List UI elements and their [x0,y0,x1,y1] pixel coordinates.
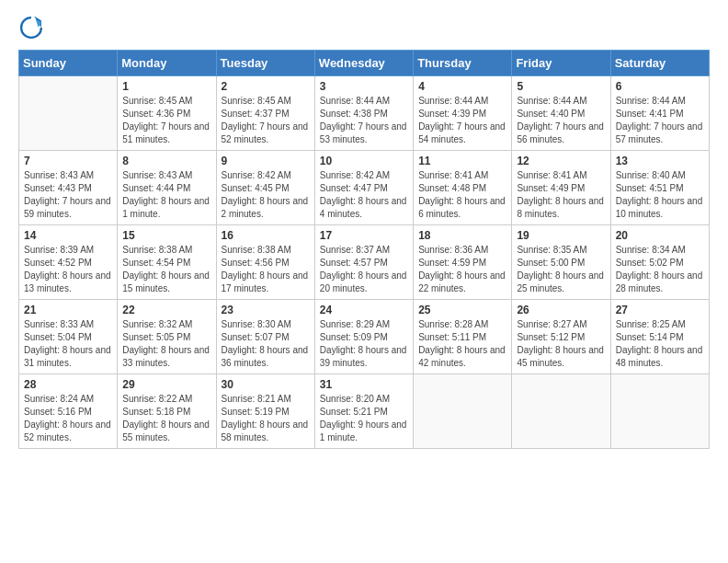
day-number: 10 [320,155,408,167]
calendar-cell: 5 Sunrise: 8:44 AM Sunset: 4:40 PM Dayli… [512,76,610,151]
calendar-cell: 30 Sunrise: 8:21 AM Sunset: 5:19 PM Dayl… [216,374,314,449]
day-number: 14 [24,229,112,242]
calendar-cell: 2 Sunrise: 8:45 AM Sunset: 4:37 PM Dayli… [216,76,314,151]
day-info: Sunrise: 8:43 AM Sunset: 4:44 PM Dayligh… [122,169,210,221]
day-number: 12 [517,155,605,167]
calendar-week-5: 28 Sunrise: 8:24 AM Sunset: 5:16 PM Dayl… [19,374,710,449]
col-header-friday: Friday [512,51,610,76]
day-number: 24 [320,304,408,316]
day-info: Sunrise: 8:20 AM Sunset: 5:21 PM Dayligh… [320,393,408,444]
calendar-cell: 13 Sunrise: 8:40 AM Sunset: 4:51 PM Dayl… [610,151,709,225]
calendar-cell: 15 Sunrise: 8:38 AM Sunset: 4:54 PM Dayl… [118,225,216,300]
calendar-cell: 21 Sunrise: 8:33 AM Sunset: 5:04 PM Dayl… [19,300,118,374]
calendar-cell [414,374,512,449]
calendar-cell: 31 Sunrise: 8:20 AM Sunset: 5:21 PM Dayl… [314,374,413,449]
calendar-week-4: 21 Sunrise: 8:33 AM Sunset: 5:04 PM Dayl… [19,300,710,374]
col-header-wednesday: Wednesday [314,51,413,76]
day-info: Sunrise: 8:32 AM Sunset: 5:05 PM Dayligh… [122,318,210,370]
day-info: Sunrise: 8:44 AM Sunset: 4:39 PM Dayligh… [418,95,506,146]
calendar-week-2: 7 Sunrise: 8:43 AM Sunset: 4:43 PM Dayli… [19,151,710,225]
day-info: Sunrise: 8:37 AM Sunset: 4:57 PM Dayligh… [320,244,408,295]
day-number: 4 [418,80,506,93]
day-info: Sunrise: 8:45 AM Sunset: 4:37 PM Dayligh… [222,95,310,146]
day-info: Sunrise: 8:24 AM Sunset: 5:16 PM Dayligh… [24,393,112,444]
day-info: Sunrise: 8:42 AM Sunset: 4:47 PM Dayligh… [320,169,408,221]
day-info: Sunrise: 8:27 AM Sunset: 5:12 PM Dayligh… [517,318,605,370]
col-header-sunday: Sunday [19,51,118,76]
day-info: Sunrise: 8:38 AM Sunset: 4:54 PM Dayligh… [122,244,210,295]
day-info: Sunrise: 8:22 AM Sunset: 5:18 PM Dayligh… [122,393,210,444]
day-number: 8 [122,155,210,167]
col-header-monday: Monday [118,51,216,76]
day-number: 29 [122,378,210,391]
calendar-cell [610,374,709,449]
day-info: Sunrise: 8:34 AM Sunset: 5:02 PM Dayligh… [616,244,704,295]
day-info: Sunrise: 8:28 AM Sunset: 5:11 PM Dayligh… [418,318,506,370]
day-number: 2 [222,80,310,93]
calendar-cell: 9 Sunrise: 8:42 AM Sunset: 4:45 PM Dayli… [216,151,314,225]
day-number: 28 [24,378,112,391]
col-header-thursday: Thursday [414,51,512,76]
day-number: 30 [222,378,310,391]
day-number: 11 [418,155,506,167]
page-header [18,15,710,40]
calendar-cell: 19 Sunrise: 8:35 AM Sunset: 5:00 PM Dayl… [512,225,610,300]
calendar-cell: 22 Sunrise: 8:32 AM Sunset: 5:05 PM Dayl… [118,300,216,374]
col-header-tuesday: Tuesday [216,51,314,76]
day-number: 17 [320,229,408,242]
day-info: Sunrise: 8:43 AM Sunset: 4:43 PM Dayligh… [24,169,112,221]
day-number: 6 [616,80,704,93]
calendar-cell: 17 Sunrise: 8:37 AM Sunset: 4:57 PM Dayl… [314,225,413,300]
day-number: 25 [418,304,506,316]
day-info: Sunrise: 8:29 AM Sunset: 5:09 PM Dayligh… [320,318,408,370]
calendar-cell: 16 Sunrise: 8:38 AM Sunset: 4:56 PM Dayl… [216,225,314,300]
day-number: 21 [24,304,112,316]
day-info: Sunrise: 8:38 AM Sunset: 4:56 PM Dayligh… [222,244,310,295]
day-info: Sunrise: 8:36 AM Sunset: 4:59 PM Dayligh… [418,244,506,295]
calendar-table: SundayMondayTuesdayWednesdayThursdayFrid… [18,50,710,449]
calendar-cell: 1 Sunrise: 8:45 AM Sunset: 4:36 PM Dayli… [118,76,216,151]
calendar-cell: 10 Sunrise: 8:42 AM Sunset: 4:47 PM Dayl… [314,151,413,225]
day-info: Sunrise: 8:40 AM Sunset: 4:51 PM Dayligh… [616,169,704,221]
day-info: Sunrise: 8:21 AM Sunset: 5:19 PM Dayligh… [222,393,310,444]
day-number: 3 [320,80,408,93]
day-number: 31 [320,378,408,391]
calendar-cell: 7 Sunrise: 8:43 AM Sunset: 4:43 PM Dayli… [19,151,118,225]
logo [18,15,48,40]
calendar-cell [512,374,610,449]
calendar-cell: 3 Sunrise: 8:44 AM Sunset: 4:38 PM Dayli… [314,76,413,151]
calendar-cell: 23 Sunrise: 8:30 AM Sunset: 5:07 PM Dayl… [216,300,314,374]
day-number: 22 [122,304,210,316]
calendar-cell: 20 Sunrise: 8:34 AM Sunset: 5:02 PM Dayl… [610,225,709,300]
day-info: Sunrise: 8:33 AM Sunset: 5:04 PM Dayligh… [24,318,112,370]
day-number: 18 [418,229,506,242]
calendar-cell: 28 Sunrise: 8:24 AM Sunset: 5:16 PM Dayl… [19,374,118,449]
calendar-cell: 12 Sunrise: 8:41 AM Sunset: 4:49 PM Dayl… [512,151,610,225]
day-number: 9 [222,155,310,167]
calendar-cell: 8 Sunrise: 8:43 AM Sunset: 4:44 PM Dayli… [118,151,216,225]
day-number: 15 [122,229,210,242]
calendar-cell: 4 Sunrise: 8:44 AM Sunset: 4:39 PM Dayli… [414,76,512,151]
day-number: 1 [122,80,210,93]
calendar-cell [19,76,118,151]
calendar-cell: 29 Sunrise: 8:22 AM Sunset: 5:18 PM Dayl… [118,374,216,449]
day-info: Sunrise: 8:39 AM Sunset: 4:52 PM Dayligh… [24,244,112,295]
day-number: 5 [517,80,605,93]
calendar-cell: 27 Sunrise: 8:25 AM Sunset: 5:14 PM Dayl… [610,300,709,374]
calendar-cell: 14 Sunrise: 8:39 AM Sunset: 4:52 PM Dayl… [19,225,118,300]
day-number: 23 [222,304,310,316]
col-header-saturday: Saturday [610,51,709,76]
day-info: Sunrise: 8:44 AM Sunset: 4:40 PM Dayligh… [517,95,605,146]
day-info: Sunrise: 8:41 AM Sunset: 4:48 PM Dayligh… [418,169,506,221]
calendar-week-1: 1 Sunrise: 8:45 AM Sunset: 4:36 PM Dayli… [19,76,710,151]
day-info: Sunrise: 8:41 AM Sunset: 4:49 PM Dayligh… [517,169,605,221]
day-number: 19 [517,229,605,242]
day-info: Sunrise: 8:44 AM Sunset: 4:38 PM Dayligh… [320,95,408,146]
calendar-cell: 6 Sunrise: 8:44 AM Sunset: 4:41 PM Dayli… [610,76,709,151]
day-info: Sunrise: 8:35 AM Sunset: 5:00 PM Dayligh… [517,244,605,295]
day-number: 20 [616,229,704,242]
day-info: Sunrise: 8:45 AM Sunset: 4:36 PM Dayligh… [122,95,210,146]
day-info: Sunrise: 8:30 AM Sunset: 5:07 PM Dayligh… [222,318,310,370]
calendar-cell: 11 Sunrise: 8:41 AM Sunset: 4:48 PM Dayl… [414,151,512,225]
day-info: Sunrise: 8:25 AM Sunset: 5:14 PM Dayligh… [616,318,704,370]
